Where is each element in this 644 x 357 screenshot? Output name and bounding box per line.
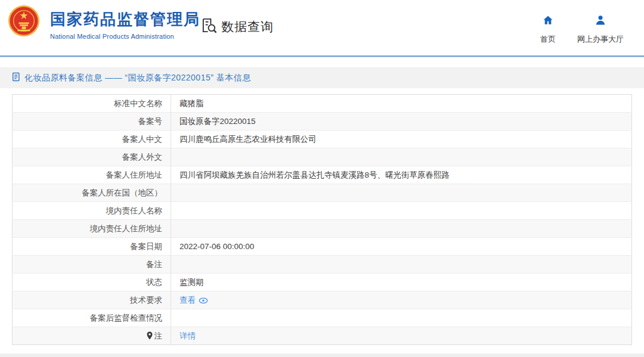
table-row: 境内责任人名称 (13, 202, 632, 220)
top-nav: 首页网上办事大厅 (540, 14, 624, 45)
footer-strip (0, 353, 644, 357)
table-row: 备注 (13, 256, 632, 274)
table-row: 备案人所在国（地区） (13, 184, 632, 202)
data-query-title[interactable]: 数据查询 (201, 17, 274, 36)
row-value (171, 148, 632, 166)
row-value (171, 220, 632, 238)
row-label: 备案人中文 (13, 131, 171, 148)
table-row: 标准中文名称藏猪脂 (13, 95, 632, 113)
user-icon (595, 14, 606, 29)
row-label: 备注 (13, 256, 171, 274)
page: 国家药品监督管理局 National Medical Products Admi… (0, 0, 644, 357)
header-divider (0, 55, 644, 57)
search-document-icon (201, 17, 221, 36)
row-label: 标准中文名称 (13, 95, 171, 113)
row-value (171, 184, 632, 202)
table-row: 备案号国妆原备字20220015 (13, 113, 632, 131)
nav-online-service-hall[interactable]: 网上办事大厅 (577, 14, 624, 45)
table-row: 备案日期2022-07-06 00:00:00 (13, 238, 632, 256)
row-label: 技术要求 (13, 291, 171, 309)
table-row: 备案人外文 (13, 148, 632, 166)
page-title: 化妆品原料备案信息 —— “国妆原备字20220015” 基本信息 (24, 73, 251, 83)
pin-icon (146, 331, 153, 340)
table-row: 状态监测期 (13, 274, 632, 291)
view-link[interactable]: 查看 (179, 295, 208, 306)
table-row: 备案后监督检查情况 (13, 309, 632, 327)
table-row: 境内责任人住所地址 (13, 220, 632, 238)
nav-label: 首页 (540, 34, 556, 45)
row-value (171, 202, 632, 220)
org-name-zh: 国家药品监督管理局 (50, 9, 200, 30)
row-value (171, 309, 632, 327)
nav-home[interactable]: 首页 (540, 14, 556, 45)
row-value: 查看 (171, 291, 632, 309)
row-label: 境内责任人住所地址 (13, 220, 171, 238)
row-value: 四川省阿坝藏族羌族自治州若尔盖县达扎寺镇麦溪路8号、曙光街草原春熙路 (171, 166, 632, 184)
row-value: 藏猪脂 (171, 95, 632, 113)
info-table-wrap: 标准中文名称藏猪脂备案号国妆原备字20220015备案人中文四川鹿鸣丘高原生态农… (12, 94, 632, 345)
row-label: 备案日期 (13, 238, 171, 256)
nmpa-logo[interactable]: 国家药品监督管理局 National Medical Products Admi… (8, 5, 200, 40)
row-label: 备案人所在国（地区） (13, 184, 171, 202)
document-icon (12, 72, 24, 84)
table-row: 备案人住所地址四川省阿坝藏族羌族自治州若尔盖县达扎寺镇麦溪路8号、曙光街草原春熙… (13, 166, 632, 184)
header: 国家药品监督管理局 National Medical Products Admi… (0, 0, 644, 55)
table-row: 注详情 (13, 327, 632, 345)
row-value: 国妆原备字20220015 (171, 113, 632, 131)
details-link[interactable]: 详情 (179, 331, 196, 342)
row-label: 状态 (13, 274, 171, 291)
row-value: 四川鹿鸣丘高原生态农业科技有限公司 (171, 131, 632, 148)
row-value (171, 256, 632, 274)
org-names: 国家药品监督管理局 National Medical Products Admi… (50, 5, 200, 40)
row-value: 2022-07-06 00:00:00 (171, 238, 632, 256)
row-label: 注 (13, 327, 171, 345)
row-value: 详情 (171, 327, 632, 345)
table-row: 技术要求查看 (13, 291, 632, 309)
info-table: 标准中文名称藏猪脂备案号国妆原备字20220015备案人中文四川鹿鸣丘高原生态农… (12, 94, 632, 345)
row-label: 备案人住所地址 (13, 166, 171, 184)
org-name-en: National Medical Products Administration (50, 33, 200, 40)
home-icon (542, 14, 554, 29)
row-label: 备案人外文 (13, 148, 171, 166)
row-label: 备案后监督检查情况 (13, 309, 171, 327)
row-label: 备案号 (13, 113, 171, 131)
row-value: 监测期 (171, 274, 632, 291)
national-emblem-icon (8, 5, 39, 36)
data-query-label: 数据查询 (221, 18, 274, 35)
nav-label: 网上办事大厅 (577, 34, 624, 45)
table-row: 备案人中文四川鹿鸣丘高原生态农业科技有限公司 (13, 131, 632, 148)
eye-icon (199, 297, 208, 304)
page-title-bar: 化妆品原料备案信息 —— “国妆原备字20220015” 基本信息 (0, 67, 644, 88)
row-label: 境内责任人名称 (13, 202, 171, 220)
